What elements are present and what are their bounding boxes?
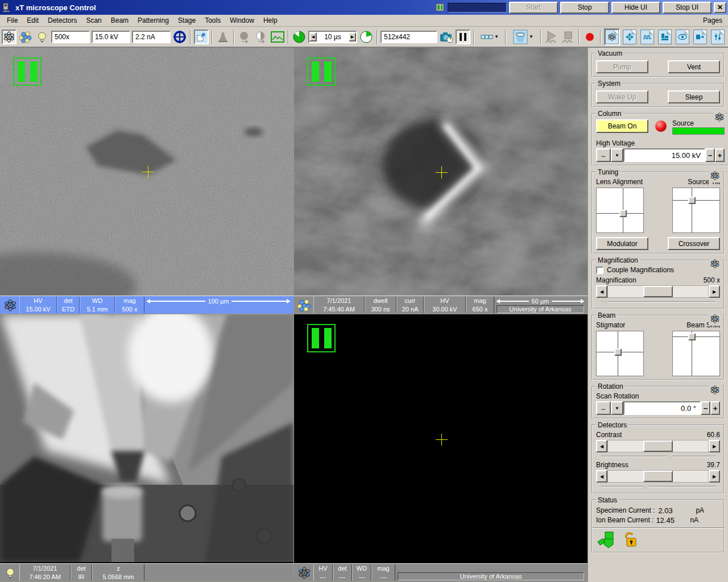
scan-speed-fast-icon[interactable] [292, 30, 307, 44]
contrast-scrollbar[interactable]: ◀ ▶ [596, 440, 720, 452]
source-tilt-handle[interactable] [688, 197, 696, 204]
brightness-fine-knob[interactable] [643, 484, 648, 490]
contrast-fine-slider[interactable] [601, 453, 715, 460]
pages-label[interactable]: Pages [703, 16, 726, 24]
menu-edit[interactable]: Edit [22, 15, 43, 26]
menu-stage[interactable]: Stage [173, 15, 200, 26]
stop-button[interactable]: Stop [560, 2, 609, 14]
resolution-combo[interactable]: 512x442 [380, 31, 437, 43]
hv-increase-button[interactable]: + [715, 148, 725, 162]
menu-tools[interactable]: Tools [200, 15, 225, 26]
start-button[interactable]: Start [509, 2, 558, 14]
magnification-title: Magnification [596, 256, 640, 264]
beam-shift-handle[interactable] [688, 333, 696, 340]
hide-ui-button[interactable]: Hide UI [611, 2, 660, 14]
brightness-left-arrow[interactable]: ◀ [596, 470, 607, 483]
pause-scan-button[interactable] [456, 30, 470, 44]
sleep-button[interactable]: Sleep [668, 90, 720, 103]
brightness-scroll-thumb[interactable] [643, 471, 673, 482]
contrast-scroll-thumb[interactable] [643, 440, 673, 452]
quad-2-view[interactable] [294, 48, 588, 296]
pump-button[interactable]: Pump [596, 60, 648, 73]
page-beam-control[interactable] [604, 28, 620, 45]
crossover-target-icon[interactable] [172, 30, 187, 44]
couple-magnifications-checkbox[interactable] [596, 267, 603, 274]
beam-current-combo[interactable]: 2.2 nA [132, 31, 171, 43]
ccd-bulb-icon[interactable] [35, 30, 49, 44]
rotation-value-field[interactable]: 0.0 ° [623, 401, 701, 415]
menu-scan[interactable]: Scan [81, 15, 106, 26]
stop-patterning-icon[interactable] [561, 30, 576, 44]
detector-mode-dropdown[interactable]: ▼ [509, 30, 537, 44]
scan-speed-slow-icon[interactable] [359, 30, 374, 44]
lens-alignment-handle[interactable] [619, 210, 627, 217]
close-button[interactable]: ✕ [714, 2, 726, 13]
brightness-scrollbar[interactable]: ◀ ▶ [596, 470, 720, 483]
contrast-left-arrow[interactable]: ◀ [596, 440, 607, 452]
dwell-increase-button[interactable]: ▶ [349, 32, 356, 41]
stop-ui-button[interactable]: Stop UI [663, 2, 712, 14]
quad-1-view[interactable] [0, 48, 293, 296]
page-settings-sliders[interactable] [710, 28, 726, 45]
magnification-scrollbar[interactable]: ◀ ▶ [596, 285, 720, 298]
vent-button[interactable]: Vent [668, 60, 720, 73]
magnification-combo[interactable]: 500x [51, 31, 90, 43]
hv-range-button[interactable]: ↔ [596, 148, 611, 162]
electron-beam-icon[interactable] [2, 30, 16, 44]
hv-value-field[interactable]: 15.00 kV [623, 148, 705, 162]
page-optics[interactable] [675, 28, 690, 45]
contrast-auto-icon[interactable] [237, 30, 252, 44]
ion-beam-icon[interactable] [18, 30, 33, 44]
beam-shift-control[interactable] [672, 331, 720, 376]
page-patterning[interactable] [639, 28, 655, 45]
stigmator-control[interactable] [596, 331, 644, 376]
record-movie-icon[interactable] [582, 30, 597, 44]
dwell-decrease-button[interactable]: ◀ [309, 32, 317, 41]
crossover-button[interactable]: Crossover [668, 237, 720, 250]
rotation-dropdown-button[interactable]: ▼ [611, 401, 623, 415]
contrast-right-arrow[interactable]: ▶ [709, 440, 720, 452]
stage-stub-icon[interactable] [216, 30, 230, 44]
start-patterning-icon[interactable] [544, 30, 559, 44]
hv-dropdown-button[interactable]: ▼ [611, 148, 623, 162]
high-voltage-combo[interactable]: 15.0 kV [92, 31, 130, 43]
menu-help[interactable]: Help [259, 15, 282, 26]
page-navigation[interactable] [622, 28, 638, 45]
reduced-area-icon[interactable] [194, 30, 209, 44]
brightness-fine-slider[interactable] [601, 483, 715, 490]
quad-4-view[interactable] [294, 314, 588, 563]
wake-up-button[interactable]: Wake Up [596, 90, 648, 103]
menu-file[interactable]: File [2, 15, 22, 26]
dwell-time-spinner[interactable]: ◀ 10 µs ▶ [308, 31, 357, 43]
mag-left-arrow[interactable]: ◀ [596, 285, 607, 298]
snapshot-image-icon[interactable] [270, 30, 285, 44]
stigmator-handle[interactable] [614, 348, 622, 356]
beam-on-button[interactable]: Beam On [596, 119, 648, 133]
rotation-increase-button[interactable]: + [710, 401, 720, 415]
menu-detectors[interactable]: Detectors [43, 15, 81, 26]
mag-right-arrow[interactable]: ▶ [709, 285, 720, 298]
page-processing[interactable] [692, 28, 708, 45]
rotation-decrease-button[interactable]: − [701, 401, 710, 415]
menu-patterning[interactable]: Patterning [133, 15, 173, 26]
control-panel: Vacuum Pump Vent System Wake Up Sleep Co… [588, 48, 728, 582]
lens-alignment-control[interactable] [596, 188, 644, 233]
mag-value: 650 x [468, 305, 492, 314]
page-layout[interactable] [657, 28, 673, 45]
contrast-fine-knob[interactable] [667, 454, 672, 460]
mag-scroll-thumb[interactable] [643, 286, 673, 297]
hv-label: HV [426, 297, 464, 305]
line-scan-dropdown[interactable]: ▼ [477, 30, 502, 44]
photo-camera-icon[interactable] [439, 30, 454, 44]
menu-beam[interactable]: Beam [106, 15, 133, 26]
magnification-fine-slider[interactable] [601, 298, 715, 305]
quad-3-view[interactable] [0, 314, 293, 563]
mag-fine-knob[interactable] [603, 299, 608, 305]
source-tilt-control[interactable] [672, 188, 720, 233]
menu-window[interactable]: Window [225, 15, 259, 26]
brightness-auto-icon[interactable] [254, 30, 268, 44]
modulator-button[interactable]: Modulator [596, 237, 648, 250]
brightness-right-arrow[interactable]: ▶ [709, 470, 720, 483]
hv-decrease-button[interactable]: − [705, 148, 715, 162]
rotation-range-button[interactable]: ↔ [596, 401, 611, 415]
